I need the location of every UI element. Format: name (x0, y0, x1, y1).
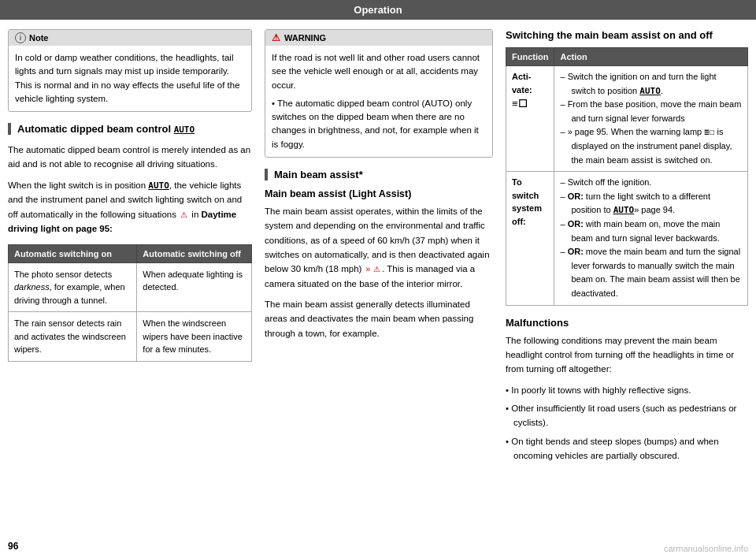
main-beam-heading: Main beam assist* (265, 169, 493, 180)
warning-line1: If the road is not well lit and other ro… (272, 51, 486, 92)
switch-table-row2-col1: The rain sensor detects rain and activat… (9, 312, 137, 362)
malfunctions-heading: Malfunctions (506, 317, 748, 329)
action-table-row1-func: Acti-vate: ≡☐ (506, 66, 554, 172)
watermark: carmanualsonline.info (664, 544, 748, 553)
activate-icon: ≡☐ (512, 98, 528, 110)
action-table-row1-actions: Switch the ignition on and turn the ligh… (554, 66, 748, 172)
deactivate-actions: Switch off the ignition. OR: turn the li… (560, 176, 742, 300)
warning-box-header: ⚠ WARNING (265, 30, 492, 46)
deactivate-action3: OR: with main beam on, move the main bea… (560, 218, 742, 245)
switch-table-row1: The photo sensor detects darkness, for e… (9, 262, 252, 312)
warning-line2: • The automatic dipped beam control (AUT… (272, 97, 486, 151)
info-icon: i (15, 32, 26, 43)
malfunction-bullet2: Other insufficiently lit road users (suc… (506, 401, 748, 430)
note-box-body: In cold or damp weather conditions, the … (9, 46, 251, 111)
malfunction-bullet1: In poorly lit towns with highly reflecti… (506, 383, 748, 397)
action-table-row1: Acti-vate: ≡☐ Switch the ignition on and… (506, 66, 748, 172)
switch-table-row2: The rain sensor detects rain and activat… (9, 312, 252, 362)
switch-table-col1-header: Automatic switching on (9, 244, 137, 262)
switch-table-col2-header: Automatic switching off (137, 244, 252, 262)
auto-section-heading: Automatic dipped beam control AUTO (8, 123, 252, 135)
right-column: Switching the main beam assist on and of… (506, 29, 748, 467)
action-table: Function Action Acti-vate: ≡☐ Switch the… (506, 47, 748, 306)
page-number: 96 (8, 541, 18, 552)
auto-para2: When the light switch is in position AUT… (8, 178, 252, 236)
action-table-col2-header: Action (554, 48, 748, 66)
warning-box-title: WARNING (284, 33, 326, 43)
content-area: i Note In cold or damp weather condition… (0, 20, 756, 477)
switch-table-row1-col1: The photo sensor detects darkness, for e… (9, 262, 137, 312)
deactivate-action1: Switch off the ignition. (560, 176, 742, 190)
page: Operation i Note In cold or damp weather… (0, 0, 756, 558)
warning-box: ⚠ WARNING If the road is not well lit an… (265, 29, 493, 158)
note-box: i Note In cold or damp weather condition… (8, 29, 252, 112)
activate-actions: Switch the ignition on and turn the ligh… (560, 70, 742, 167)
header-title: Operation (354, 4, 402, 16)
deactivate-action2: OR: turn the light switch to a different… (560, 190, 742, 218)
action-table-row2: To switch system off: Switch off the ign… (506, 172, 748, 305)
switch-table: Automatic switching on Automatic switchi… (8, 244, 252, 362)
deactivate-action4: OR: move the main beam and turn the sign… (560, 245, 742, 300)
switch-table-row2-col2: When the windscreen wipers have been ina… (137, 312, 252, 362)
switching-table-title: Switching the main beam assist on and of… (506, 29, 748, 41)
middle-column: ⚠ WARNING If the road is not well lit an… (265, 29, 493, 467)
malfunctions-intro: The following conditions may prevent the… (506, 333, 748, 377)
action-table-col1-header: Function (506, 48, 554, 66)
activate-action2: From the base position, move the main be… (560, 98, 742, 125)
note-box-header: i Note (9, 30, 251, 46)
switch-table-row1-col2: When adequate lighting is detected. (137, 262, 252, 312)
note-box-title: Note (29, 33, 48, 43)
warning-box-body: If the road is not well lit and other ro… (265, 46, 492, 157)
left-column: i Note In cold or damp weather condition… (8, 29, 252, 467)
malfunction-bullet3: On tight bends and steep slopes (bumps) … (506, 434, 748, 463)
main-beam-sub-heading: Main beam assist (Light Assist) (265, 188, 493, 199)
auto-heading-text: Automatic dipped beam control AUTO (17, 123, 195, 135)
activate-action1: Switch the ignition on and turn the ligh… (560, 70, 742, 98)
auto-para1: The automatic dipped beam control is mer… (8, 143, 252, 172)
note-box-text: In cold or damp weather conditions, the … (15, 53, 240, 103)
main-beam-para2: The main beam assist generally detects i… (265, 297, 493, 340)
activate-action3: » page 95. When the warning lamp ≡☐ is d… (560, 125, 742, 167)
action-table-row2-func: To switch system off: (506, 172, 554, 305)
action-table-row2-actions: Switch off the ignition. OR: turn the li… (554, 172, 748, 305)
header-bar: Operation (0, 0, 756, 20)
main-beam-para1: The main beam assist operates, within th… (265, 204, 493, 291)
warning-icon: ⚠ (272, 32, 280, 43)
